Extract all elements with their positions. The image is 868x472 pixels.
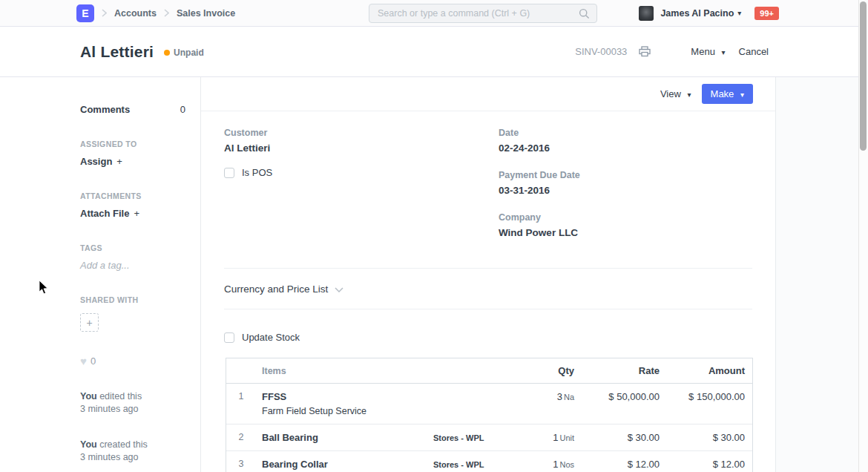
update-stock-label: Update Stock [242,332,300,343]
plus-icon: + [134,208,139,219]
navbar-user-area: James Al Pacino ▾ 99+ [639,6,779,21]
status-badge: Unpaid [164,47,204,58]
table-row[interactable]: 3 Bearing Collar Stores - WPL 1Nos $ 12.… [226,451,752,472]
content: Comments 0 ASSIGNED TO Assign+ ATTACHMEN… [0,77,868,472]
search-input[interactable] [369,8,579,19]
scrollbar-track [858,0,868,472]
assign-button[interactable]: Assign+ [80,156,185,167]
attach-file-button[interactable]: Attach File+ [80,208,185,219]
plus-icon: + [116,156,122,167]
company-label: Company [499,212,752,223]
global-search [369,4,597,23]
sidebar-comments[interactable]: Comments 0 [80,104,185,115]
share-add-button[interactable]: + [80,313,99,332]
page-header: Al Lettieri Unpaid SINV-00033 Menu ▾ Can… [0,27,868,77]
item-warehouse: Stores - WPL [433,459,522,469]
notification-badge[interactable]: 99+ [754,7,779,20]
table-row[interactable]: 1 FFSS Farm Field Setup Service 3Na $ 50… [226,384,752,425]
comments-label: Comments [80,104,130,115]
add-tag-input[interactable]: Add a tag... [80,260,185,271]
column-amount: Amount [667,365,752,376]
chevron-right-icon [102,9,107,17]
heart-icon: ♥ [80,355,87,367]
tags-heading: TAGS [80,243,185,252]
items-table-header: Items Qty Rate Amount [226,358,752,384]
form-sidebar: Comments 0 ASSIGNED TO Assign+ ATTACHMEN… [0,77,200,472]
date-field[interactable]: Date 02-24-2016 [499,128,752,154]
form-toolbar: View ▾ Make ▾ [201,77,775,111]
date-value: 02-24-2016 [499,142,752,154]
company-value: Wind Power LLC [499,227,752,238]
item-name: FFSS [262,391,433,402]
activity-entry: You edited this 3 minutes ago [80,390,185,416]
breadcrumb-sales-invoice[interactable]: Sales Invoice [177,8,235,19]
is-pos-label: Is POS [242,167,272,178]
item-warehouse: Stores - WPL [433,432,522,442]
customer-label: Customer [224,128,478,138]
page-header-actions: SINV-00033 Menu ▾ Cancel [575,46,769,57]
item-name: Bearing Collar [262,459,433,470]
user-menu[interactable]: James Al Pacino [660,8,734,19]
caret-down-icon: ▾ [722,48,726,56]
like-control[interactable]: ♥ 0 [80,355,185,367]
form-column-right: Date 02-24-2016 Payment Due Date 03-31-2… [499,128,752,238]
document-id: SINV-00033 [575,46,627,57]
item-name: Ball Bearing [262,432,433,443]
activity-entry: You created this 3 minutes ago [80,439,185,464]
payment-due-date-value: 03-31-2016 [499,185,752,196]
breadcrumb-accounts[interactable]: Accounts [114,8,157,19]
app-logo[interactable]: E [76,4,94,22]
update-stock-field: Update Stock [224,332,752,343]
page-title: Al Lettieri [80,43,154,61]
column-items: Items [256,366,433,376]
scrollbar-thumb[interactable] [860,1,867,151]
form-column-left: Customer Al Lettieri Is POS [224,128,478,238]
company-field[interactable]: Company Wind Power LLC [499,212,752,238]
caret-down-icon: ▾ [688,91,691,99]
form-body: View ▾ Make ▾ Customer Al Lettieri Is PO… [200,77,776,472]
update-stock-checkbox[interactable] [224,332,234,343]
date-label: Date [499,128,752,138]
section-divider [224,309,752,309]
assigned-to-heading: ASSIGNED TO [80,140,185,148]
is-pos-checkbox[interactable] [224,168,234,178]
caret-down-icon: ▾ [740,91,744,99]
shared-with-heading: SHARED WITH [80,295,185,304]
customer-field[interactable]: Customer Al Lettieri [224,128,478,154]
customer-value: Al Lettieri [224,142,478,154]
cancel-button[interactable]: Cancel [739,46,769,57]
column-rate: Rate [582,365,667,376]
user-avatar[interactable] [639,6,654,21]
attachments-heading: ATTACHMENTS [80,191,185,200]
view-button[interactable]: View ▾ [660,88,691,99]
form-fields: Customer Al Lettieri Is POS Date 02-24-2… [201,111,775,238]
navbar: E Accounts Sales Invoice James Al Pacino… [0,0,868,27]
make-button[interactable]: Make ▾ [702,84,753,104]
search-icon [579,8,590,19]
chevron-right-icon [164,9,169,17]
column-qty: Qty [522,365,582,376]
grid-icon[interactable] [660,47,668,56]
payment-due-date-label: Payment Due Date [499,170,752,180]
items-table: Items Qty Rate Amount 1 FFSS Farm Field … [226,358,753,472]
status-label: Unpaid [174,47,204,58]
payment-due-date-field[interactable]: Payment Due Date 03-31-2016 [499,170,752,196]
like-count: 0 [91,355,96,367]
currency-section-toggle[interactable]: Currency and Price List [201,269,775,309]
caret-down-icon: ▾ [737,9,741,17]
print-icon[interactable] [639,46,651,57]
item-warehouse [433,391,522,393]
menu-button[interactable]: Menu ▾ [691,46,725,57]
plus-icon: + [86,317,92,329]
comments-count: 0 [180,104,185,115]
table-row[interactable]: 2 Ball Bearing Stores - WPL 1Unit $ 30.0… [226,425,752,451]
chevron-down-icon [335,282,343,295]
is-pos-field: Is POS [224,167,478,178]
right-gutter [776,77,868,472]
item-description: Farm Field Setup Service [262,406,433,416]
breadcrumb: E Accounts Sales Invoice [76,4,235,22]
status-dot-icon [164,50,170,56]
